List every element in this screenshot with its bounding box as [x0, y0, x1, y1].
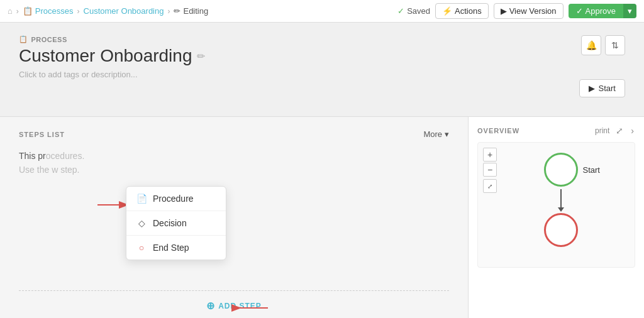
minus-icon: −: [487, 165, 492, 175]
overview-controls: print ⤢ ›: [595, 126, 635, 136]
start-node-row: Start: [544, 153, 578, 187]
start-label: Start: [583, 165, 600, 175]
lightning-icon: ⚡: [442, 6, 452, 16]
expand-icon: ⤢: [616, 126, 623, 136]
process-label: 📋 PROCESS: [19, 35, 205, 43]
steps-title: STEPS LIST: [19, 131, 65, 138]
breadcrumb: ⌂ › 📋 Processes › Customer Onboarding › …: [8, 6, 394, 16]
chevron-right-icon: ›: [631, 126, 634, 136]
processes-icon: 📋: [23, 6, 33, 16]
more-button[interactable]: More ▾: [423, 129, 449, 139]
customer-onboarding-breadcrumb[interactable]: Customer Onboarding: [84, 6, 164, 16]
topnav-actions: ✓ Saved ⚡ Actions ▶ View Version ✓ Appro…: [397, 3, 636, 19]
plus-circle-icon: ⊕: [206, 300, 215, 312]
graph-nodes: Start: [544, 153, 578, 247]
fit-icon: ⤢: [487, 183, 492, 190]
print-button[interactable]: print: [595, 126, 609, 135]
play-icon: ▶: [501, 6, 507, 16]
next-button[interactable]: ›: [630, 126, 635, 136]
plus-icon: +: [487, 150, 492, 160]
overview-graph: + − ⤢ Start: [477, 142, 635, 268]
zoom-out-button[interactable]: −: [483, 163, 497, 177]
decision-icon: ◇: [136, 218, 147, 228]
overview-panel: OVERVIEW print ⤢ › + −: [468, 117, 644, 318]
zoom-controls: + − ⤢: [483, 148, 497, 193]
sep3: ›: [167, 7, 170, 16]
expand-button[interactable]: ⤢: [614, 126, 625, 136]
sep1: ›: [16, 7, 19, 16]
more-chevron-icon: ▾: [445, 129, 449, 139]
process-doc-icon: 📋: [19, 35, 28, 43]
start-node: [544, 153, 578, 187]
home-icon[interactable]: ⌂: [8, 6, 13, 16]
end-step-option[interactable]: ○ End Step: [126, 236, 226, 260]
start-play-icon: ▶: [589, 84, 595, 93]
overview-header: OVERVIEW print ⤢ ›: [477, 126, 635, 136]
start-button[interactable]: ▶ Start: [579, 79, 625, 97]
main-content: STEPS LIST More ▾ This procedures. Use t…: [0, 117, 644, 318]
flow-arrow: [560, 189, 562, 208]
step-type-dropdown: 📄 Procedure ◇ Decision ○ End Step: [126, 186, 226, 260]
top-navigation: ⌂ › 📋 Processes › Customer Onboarding › …: [0, 0, 644, 23]
steps-header: STEPS LIST More ▾: [19, 129, 449, 139]
editing-icon: ✏: [174, 6, 180, 16]
approve-button[interactable]: ✓ Approve: [569, 4, 623, 18]
steps-description: This procedures. Use the w step.: [19, 149, 449, 177]
view-version-button[interactable]: ▶ View Version: [494, 3, 564, 19]
end-step-icon: ○: [136, 243, 147, 253]
title-edit-icon[interactable]: ✏: [197, 50, 205, 62]
approve-dropdown-button[interactable]: ▾: [623, 4, 636, 18]
decision-option[interactable]: ◇ Decision: [126, 211, 226, 236]
process-description[interactable]: Click to add tags or description...: [19, 70, 205, 79]
saved-button: ✓ Saved: [397, 6, 430, 16]
arrow-pointer-2: [233, 300, 270, 315]
steps-panel: STEPS LIST More ▾ This procedures. Use t…: [0, 117, 468, 318]
process-title-row: Customer Onboarding ✏: [19, 46, 205, 66]
bell-icon: 🔔: [586, 40, 597, 50]
overview-title: OVERVIEW: [477, 127, 519, 134]
approve-dropdown-icon: ▾: [628, 6, 632, 16]
zoom-in-button[interactable]: +: [483, 148, 497, 162]
approve-group: ✓ Approve ▾: [569, 4, 636, 18]
zoom-fit-button[interactable]: ⤢: [483, 179, 497, 193]
actions-button[interactable]: ⚡ Actions: [435, 3, 489, 19]
editing-breadcrumb: ✏ Editing: [174, 6, 208, 16]
approve-check-icon: ✓: [576, 6, 583, 16]
sliders-icon: ⇅: [611, 40, 619, 50]
bell-button[interactable]: 🔔: [581, 35, 601, 55]
settings-button[interactable]: ⇅: [605, 35, 625, 55]
process-title: Customer Onboarding: [19, 46, 192, 66]
check-icon: ✓: [397, 6, 404, 16]
procedure-icon: 📄: [136, 194, 147, 204]
end-node: [544, 213, 578, 247]
procedure-option[interactable]: 📄 Procedure: [126, 187, 226, 211]
header-section: 📋 PROCESS Customer Onboarding ✏ Click to…: [0, 23, 644, 117]
processes-breadcrumb[interactable]: 📋 Processes: [23, 6, 74, 16]
sep2: ›: [77, 7, 80, 16]
